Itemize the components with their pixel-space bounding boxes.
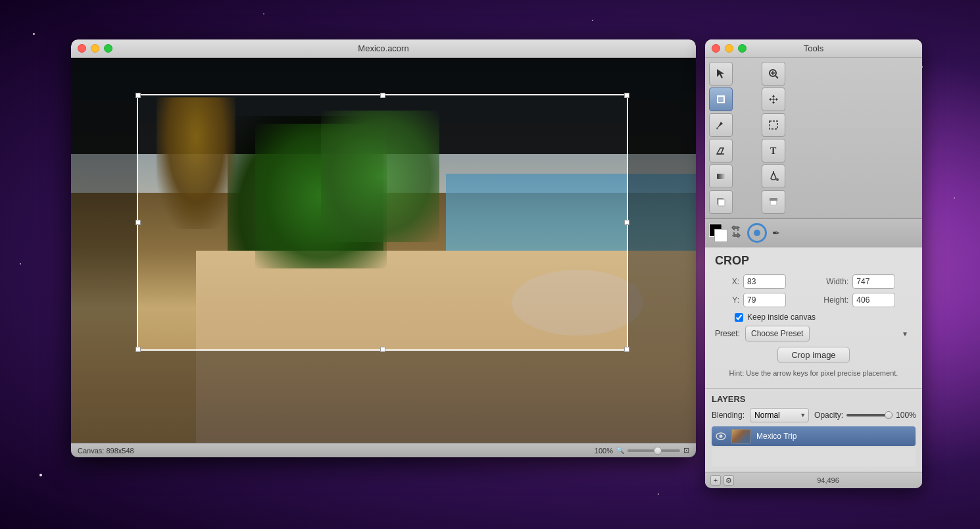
tools-panel: Tools: [705, 39, 922, 488]
opacity-slider-thumb[interactable]: [885, 411, 893, 419]
blending-select-wrapper: Normal ▼: [750, 408, 809, 422]
preset-row: Preset: Choose Preset ▼: [715, 326, 912, 341]
crop-settings-panel: CROP X: Width: Y: Height: Keep inside ca…: [705, 247, 922, 389]
crop-handle-midleft[interactable]: [135, 220, 141, 225]
blending-select[interactable]: Normal: [750, 408, 809, 422]
opacity-slider[interactable]: [846, 414, 893, 416]
select-arrow-tool[interactable]: [709, 62, 733, 86]
zoom-slider[interactable]: [627, 449, 680, 452]
image-canvas[interactable]: [71, 58, 696, 443]
shadow-tool[interactable]: [709, 190, 733, 214]
tools-color-row: ✒: [705, 218, 922, 247]
svg-line-1: [775, 76, 778, 78]
layer-settings-button[interactable]: ⚙: [723, 475, 734, 486]
gradient-tool[interactable]: [709, 164, 733, 188]
crop-handle-bottomleft[interactable]: [135, 347, 141, 352]
crop-handle-topright[interactable]: [624, 93, 629, 98]
x-input[interactable]: [743, 274, 786, 289]
svg-text:T: T: [770, 146, 777, 156]
crop-handle-bottomright[interactable]: [624, 347, 629, 352]
canvas-info: Canvas: 898x548: [78, 447, 134, 455]
paint-bucket-tool[interactable]: [762, 164, 785, 188]
text-tool[interactable]: T: [762, 139, 785, 163]
y-input[interactable]: [743, 293, 786, 307]
eraser-tool[interactable]: [709, 139, 733, 163]
x-label: X:: [715, 277, 739, 286]
width-input[interactable]: [852, 274, 895, 289]
main-window-titlebar: Mexico.acorn: [71, 39, 696, 58]
tools-toolbar: T: [705, 58, 922, 218]
hint-text: Use the arrow keys for pixel precise pla…: [746, 369, 898, 377]
move-tool[interactable]: [762, 88, 785, 111]
close-button[interactable]: [78, 44, 86, 53]
blending-label: Blending:: [712, 411, 745, 420]
crop-handle-midright[interactable]: [624, 220, 629, 225]
svg-rect-14: [718, 199, 725, 206]
svg-rect-5: [718, 97, 723, 102]
crop-fields: X: Width: Y: Height:: [715, 274, 912, 307]
crop-overlay-bottom: [71, 351, 696, 443]
brush-pen-icon[interactable]: ✒: [772, 228, 780, 238]
add-layer-button[interactable]: +: [710, 475, 721, 486]
tools-close-button[interactable]: [712, 44, 720, 53]
svg-point-6: [716, 128, 718, 130]
inner-shadow-tool[interactable]: [762, 190, 785, 214]
crop-image-button[interactable]: Crop image: [777, 347, 849, 363]
tools-maximize-button[interactable]: [738, 44, 747, 53]
layer-coords: 94,496: [817, 476, 839, 484]
crop-panel-title: CROP: [715, 254, 912, 268]
crop-overlay-top: [71, 58, 696, 94]
svg-point-19: [720, 435, 723, 438]
opacity-value: 100%: [896, 411, 916, 420]
fit-icon[interactable]: ⊡: [683, 446, 689, 455]
tools-minimize-button[interactable]: [725, 44, 733, 53]
crop-overlay-left: [71, 94, 137, 351]
crop-handle-topleft[interactable]: [135, 93, 141, 98]
zoom-icon: 🔍: [616, 447, 624, 454]
empty-layer-slot: [712, 448, 916, 466]
selection-tool[interactable]: [762, 113, 785, 137]
hint-label: Hint:: [729, 369, 745, 377]
tools-title: Tools: [804, 43, 823, 53]
opacity-row: Opacity: 100%: [814, 411, 916, 420]
minimize-button[interactable]: [91, 44, 99, 53]
zoom-slider-thumb[interactable]: [654, 447, 662, 455]
crop-selection[interactable]: [137, 94, 628, 351]
y-label: Y:: [715, 295, 739, 305]
layer-item[interactable]: Mexico Trip: [712, 426, 916, 446]
color-swatch[interactable]: [709, 224, 727, 242]
height-input[interactable]: [852, 293, 895, 307]
layers-panel: LAYERS Blending: Normal ▼ Opacity: 100%: [705, 389, 922, 472]
zoom-bar: 100% 🔍 ⊡: [595, 446, 689, 455]
crop-tool[interactable]: [709, 88, 733, 111]
swap-colors-button[interactable]: [730, 226, 745, 240]
layers-footer: + ⚙ 94,496: [705, 472, 922, 488]
keep-inside-canvas-checkbox[interactable]: [735, 313, 743, 322]
preset-arrow-icon: ▼: [902, 330, 908, 338]
svg-rect-10: [717, 174, 725, 179]
window-title: Mexico.acorn: [358, 43, 408, 53]
main-window: Mexico.acorn: [71, 39, 696, 457]
zoom-tool[interactable]: [762, 62, 785, 86]
brush-settings-icon[interactable]: [747, 223, 767, 243]
preset-wrapper: Choose Preset ▼: [745, 326, 912, 341]
layer-visibility-toggle[interactable]: [716, 431, 726, 441]
crop-handle-bottommid[interactable]: [380, 347, 385, 352]
crop-handle-topmid[interactable]: [380, 93, 385, 98]
crop-hint: Hint: Use the arrow keys for pixel preci…: [715, 368, 912, 378]
background-color[interactable]: [714, 229, 727, 242]
crop-overlay-right: [628, 94, 696, 351]
layer-thumbnail: [731, 429, 751, 443]
svg-point-12: [776, 178, 779, 181]
preset-label: Preset:: [715, 329, 740, 338]
maximize-button[interactable]: [104, 44, 112, 53]
preset-select[interactable]: Choose Preset: [745, 326, 810, 341]
opacity-label: Opacity:: [814, 411, 843, 420]
keep-inside-canvas-row: Keep inside canvas: [735, 313, 912, 322]
brush-tool[interactable]: [709, 113, 733, 137]
canvas-area: Canvas: 898x548 100% 🔍 ⊡: [71, 58, 696, 457]
keep-inside-canvas-label: Keep inside canvas: [747, 313, 816, 322]
width-label: Width:: [807, 277, 849, 286]
statusbar: Canvas: 898x548 100% 🔍 ⊡: [71, 443, 696, 457]
height-label: Height:: [807, 295, 849, 305]
